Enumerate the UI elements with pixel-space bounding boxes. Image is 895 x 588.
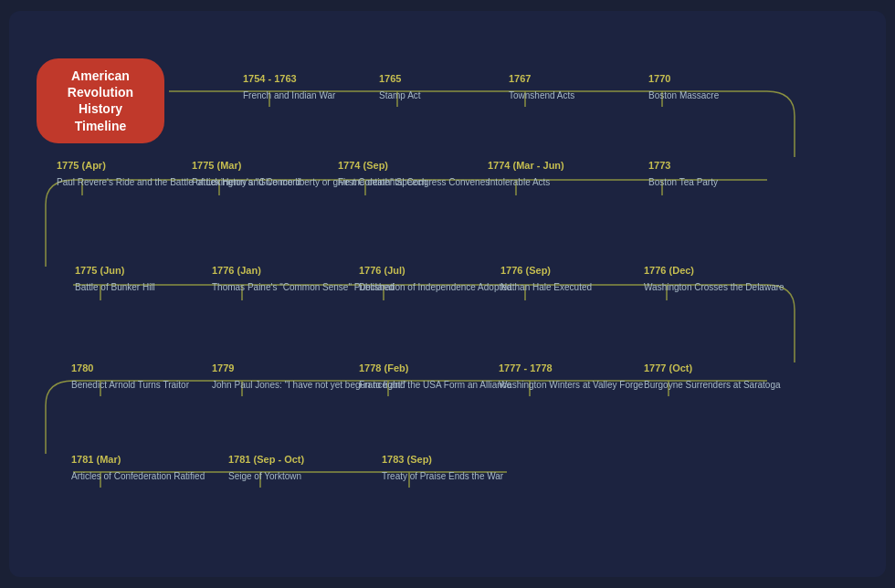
event-1777oct: 1777 (Oct) Burgoyne Surrenders at Sarato… xyxy=(644,362,781,392)
event-1774mar: 1774 (Mar - Jun) Intolerable Acts xyxy=(488,160,564,189)
desc-1754: French and Indian War xyxy=(243,90,335,100)
year-1777oct: 1777 (Oct) xyxy=(644,362,781,373)
year-1773: 1773 xyxy=(648,160,718,171)
desc-1783: Treaty of Praise Ends the War xyxy=(382,471,503,481)
timeline-canvas: American RevolutionHistory Timeline xyxy=(9,11,886,577)
event-1781sep: 1781 (Sep - Oct) Seige of Yorktown xyxy=(228,454,304,483)
year-1776sep: 1776 (Sep) xyxy=(500,265,592,276)
year-1775jun: 1775 (Jun) xyxy=(75,265,155,276)
desc-1774sep: First Continental Congress Convenes xyxy=(338,177,490,187)
year-1754: 1754 - 1763 xyxy=(243,73,335,84)
desc-1774mar: Intolerable Acts xyxy=(488,177,550,187)
desc-1781sep: Seige of Yorktown xyxy=(228,471,301,481)
desc-1775jun: Battle of Bunker Hill xyxy=(75,282,155,292)
desc-1780: Benedict Arnold Turns Traitor xyxy=(71,380,189,390)
desc-1777-1778: Washington Winters at Valley Forge xyxy=(499,380,643,390)
desc-1781mar: Articles of Confederation Ratified xyxy=(71,471,205,481)
desc-1767: Townshend Acts xyxy=(509,90,574,100)
desc-1776dec: Washington Crosses the Delaware xyxy=(644,282,784,292)
year-1774sep: 1774 (Sep) xyxy=(338,160,490,171)
desc-1770: Boston Massacre xyxy=(648,90,719,100)
year-1767: 1767 xyxy=(509,73,574,84)
event-1781mar: 1781 (Mar) Articles of Confederation Rat… xyxy=(71,454,205,483)
event-1778feb: 1778 (Feb) France and the USA Form an Al… xyxy=(359,362,511,392)
event-1780: 1780 Benedict Arnold Turns Traitor xyxy=(71,362,189,392)
event-1770: 1770 Boston Massacre xyxy=(648,73,719,102)
event-1776dec: 1776 (Dec) Washington Crosses the Delawa… xyxy=(644,265,784,294)
event-1765: 1765 Stamp Act xyxy=(379,73,421,102)
desc-1773: Boston Tea Party xyxy=(648,177,718,187)
event-1776sep: 1776 (Sep) Nathan Hale Executed xyxy=(500,265,592,294)
desc-1777oct: Burgoyne Surrenders at Saratoga xyxy=(644,380,781,390)
event-1776jul: 1776 (Jul) Declaration of Independence A… xyxy=(359,265,511,294)
title-text: American RevolutionHistory Timeline xyxy=(68,68,133,133)
year-1776dec: 1776 (Dec) xyxy=(644,265,784,276)
year-1781mar: 1781 (Mar) xyxy=(71,454,205,465)
year-1778feb: 1778 (Feb) xyxy=(359,362,511,373)
event-1774sep: 1774 (Sep) First Continental Congress Co… xyxy=(338,160,490,189)
year-1781sep: 1781 (Sep - Oct) xyxy=(228,454,304,465)
year-1765: 1765 xyxy=(379,73,421,84)
desc-1776sep: Nathan Hale Executed xyxy=(500,282,592,292)
event-1767: 1767 Townshend Acts xyxy=(509,73,574,102)
year-1770: 1770 xyxy=(648,73,719,84)
event-1773: 1773 Boston Tea Party xyxy=(648,160,718,189)
year-1776jul: 1776 (Jul) xyxy=(359,265,511,276)
year-1774mar: 1774 (Mar - Jun) xyxy=(488,160,564,171)
event-1775jun: 1775 (Jun) Battle of Bunker Hill xyxy=(75,265,155,294)
desc-1765: Stamp Act xyxy=(379,90,421,100)
year-1777-1778: 1777 - 1778 xyxy=(499,362,643,373)
year-1783: 1783 (Sep) xyxy=(382,454,503,465)
year-1780: 1780 xyxy=(71,362,189,373)
desc-1776jul: Declaration of Independence Adopted xyxy=(359,282,511,292)
desc-1778feb: France and the USA Form an Alliance xyxy=(359,380,511,390)
event-1777-1778: 1777 - 1778 Washington Winters at Valley… xyxy=(499,362,643,392)
event-1783: 1783 (Sep) Treaty of Praise Ends the War xyxy=(382,454,503,483)
event-1754: 1754 - 1763 French and Indian War xyxy=(243,73,335,102)
title-badge: American RevolutionHistory Timeline xyxy=(37,58,164,143)
